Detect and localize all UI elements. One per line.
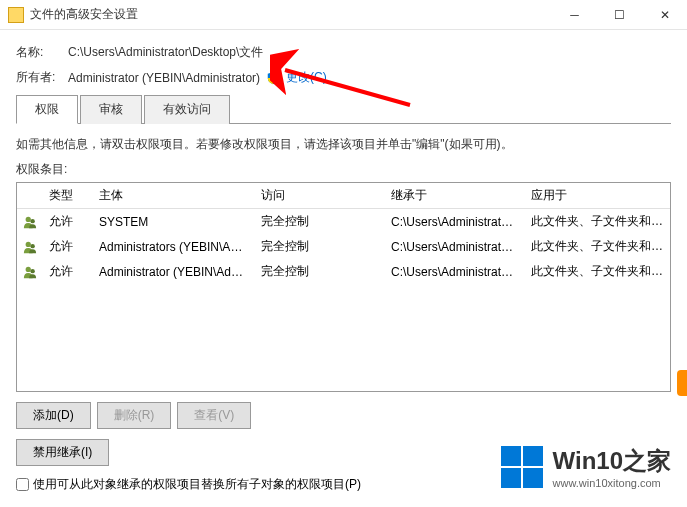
- window-title: 文件的高级安全设置: [30, 6, 552, 23]
- add-button[interactable]: 添加(D): [16, 402, 91, 429]
- permission-row[interactable]: 允许SYSTEM完全控制C:\Users\Administrator\D...此…: [17, 209, 670, 234]
- shield-icon: [266, 71, 280, 85]
- titlebar: 文件的高级安全设置 ─ ☐ ✕: [0, 0, 687, 30]
- window-controls: ─ ☐ ✕: [552, 0, 687, 30]
- user-group-icon: [17, 235, 43, 259]
- col-type[interactable]: 类型: [43, 183, 93, 208]
- entry-inherited: C:\Users\Administrator\D...: [385, 261, 525, 283]
- hint-text: 如需其他信息，请双击权限项目。若要修改权限项目，请选择该项目并单击"编辑"(如果…: [16, 136, 671, 153]
- entry-inherited: C:\Users\Administrator\D...: [385, 236, 525, 258]
- permission-list: 类型 主体 访问 继承于 应用于 允许SYSTEM完全控制C:\Users\Ad…: [16, 182, 671, 392]
- close-button[interactable]: ✕: [642, 0, 687, 30]
- entry-applies: 此文件夹、子文件夹和文件: [525, 259, 670, 284]
- entry-type: 允许: [43, 209, 93, 234]
- svg-point-3: [30, 243, 34, 247]
- disable-inherit-button[interactable]: 禁用继承(I): [16, 439, 109, 466]
- folder-icon: [8, 7, 24, 23]
- entry-inherited: C:\Users\Administrator\D...: [385, 211, 525, 233]
- owner-value: Administrator (YEBIN\Administrator): [68, 71, 260, 85]
- tab-effective[interactable]: 有效访问: [144, 95, 230, 124]
- maximize-button[interactable]: ☐: [597, 0, 642, 30]
- svg-point-2: [26, 241, 31, 246]
- svg-point-0: [26, 216, 31, 221]
- orange-tab: [677, 370, 687, 396]
- permission-header: 类型 主体 访问 继承于 应用于: [17, 183, 670, 209]
- watermark-url: www.win10xitong.com: [553, 477, 671, 489]
- user-group-icon: [17, 210, 43, 234]
- name-label: 名称:: [16, 44, 68, 61]
- tabs: 权限 审核 有效访问: [16, 94, 671, 124]
- permission-row[interactable]: 允许Administrator (YEBIN\Administrat...完全控…: [17, 259, 670, 284]
- remove-button[interactable]: 删除(R): [97, 402, 172, 429]
- col-applies[interactable]: 应用于: [525, 183, 670, 208]
- entry-principal: Administrators (YEBIN\Administr...: [93, 236, 255, 258]
- name-value: C:\Users\Administrator\Desktop\文件: [68, 44, 263, 61]
- owner-row: 所有者: Administrator (YEBIN\Administrator)…: [16, 69, 671, 86]
- buttons-row: 添加(D) 删除(R) 查看(V): [16, 402, 671, 429]
- col-inherited[interactable]: 继承于: [385, 183, 525, 208]
- svg-point-4: [26, 266, 31, 271]
- tab-permissions[interactable]: 权限: [16, 95, 78, 124]
- content-area: 名称: C:\Users\Administrator\Desktop\文件 所有…: [0, 30, 687, 501]
- permission-body: 允许SYSTEM完全控制C:\Users\Administrator\D...此…: [17, 209, 670, 284]
- minimize-button[interactable]: ─: [552, 0, 597, 30]
- watermark-title: Win10之家: [553, 445, 671, 477]
- col-principal[interactable]: 主体: [93, 183, 255, 208]
- windows-logo-icon: [501, 446, 543, 488]
- col-access[interactable]: 访问: [255, 183, 385, 208]
- entry-access: 完全控制: [255, 234, 385, 259]
- entry-type: 允许: [43, 259, 93, 284]
- svg-point-1: [30, 218, 34, 222]
- name-row: 名称: C:\Users\Administrator\Desktop\文件: [16, 44, 671, 61]
- watermark: Win10之家 www.win10xitong.com: [501, 445, 671, 489]
- replace-checkbox-label[interactable]: 使用可从此对象继承的权限项目替换所有子对象的权限项目(P): [33, 476, 361, 493]
- tab-audit[interactable]: 审核: [80, 95, 142, 124]
- permission-row[interactable]: 允许Administrators (YEBIN\Administr...完全控制…: [17, 234, 670, 259]
- user-group-icon: [17, 260, 43, 284]
- svg-point-5: [30, 268, 34, 272]
- entry-type: 允许: [43, 234, 93, 259]
- change-owner-link[interactable]: 更改(C): [286, 69, 327, 86]
- entry-applies: 此文件夹、子文件夹和文件: [525, 209, 670, 234]
- replace-checkbox[interactable]: [16, 478, 29, 491]
- list-label: 权限条目:: [16, 161, 671, 178]
- owner-label: 所有者:: [16, 69, 68, 86]
- entry-applies: 此文件夹、子文件夹和文件: [525, 234, 670, 259]
- view-button[interactable]: 查看(V): [177, 402, 251, 429]
- entry-access: 完全控制: [255, 209, 385, 234]
- entry-access: 完全控制: [255, 259, 385, 284]
- entry-principal: SYSTEM: [93, 211, 255, 233]
- entry-principal: Administrator (YEBIN\Administrat...: [93, 261, 255, 283]
